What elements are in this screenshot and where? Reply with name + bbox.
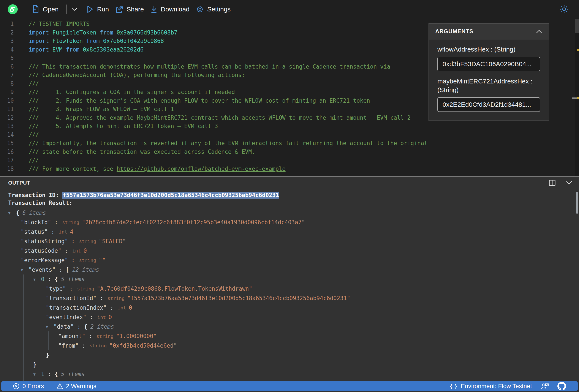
errors-indicator[interactable]: 0 Errors <box>13 383 44 390</box>
tree-key: "statusCode" <box>21 248 61 254</box>
environment-indicator[interactable]: { } Environment: Flow Testnet <box>450 383 532 390</box>
line-number: 10 <box>0 97 19 105</box>
output-body: Transaction ID: f557a1573b76aa53e73d46f3… <box>0 189 579 388</box>
tree-row: "transactionId" : string"f557a1573b76aa5… <box>46 293 579 303</box>
line-number: 16 <box>0 148 19 156</box>
output-panel: OUTPUT Transaction ID: f557a1573b76aa53e… <box>0 177 579 392</box>
download-button[interactable]: Download <box>150 5 190 13</box>
code-line: 16/// state before the transaction was e… <box>0 148 579 156</box>
share-icon <box>115 5 123 13</box>
argument-label: maybeMintERC721AddressHex : (String) <box>437 77 540 94</box>
editor-overview-ruler[interactable] <box>575 19 579 176</box>
tree-row: ▼0 : {5 items <box>33 275 579 284</box>
tree-key: "transactionId" <box>46 295 96 301</box>
settings-gear-icon <box>196 5 204 13</box>
run-play-icon <box>86 5 93 13</box>
download-label: Download <box>161 6 190 13</box>
tree-row: "eventIndex" : int0 <box>46 312 579 322</box>
share-button[interactable]: Share <box>115 5 144 13</box>
tree-key: "from" <box>58 342 78 349</box>
line-number: 5 <box>0 54 19 62</box>
tree-value-type: int <box>96 315 109 320</box>
cursor-marker <box>572 98 577 99</box>
expand-triangle-icon[interactable]: ▼ <box>46 325 54 329</box>
run-label: Run <box>97 6 109 13</box>
tree-key: "statusString" <box>21 238 68 244</box>
line-number: 9 <box>0 88 19 97</box>
output-scrollbar-thumb[interactable] <box>576 192 578 214</box>
tree-item-count: 2 items <box>87 324 114 330</box>
errors-count: 0 Errors <box>22 383 44 390</box>
arguments-title: ARGUMENTS <box>435 28 473 35</box>
line-number: 11 <box>0 105 19 114</box>
warnings-count: 2 Warnings <box>66 383 96 390</box>
code-line: 14/// <box>0 131 579 139</box>
tree-value: 0 <box>129 304 132 311</box>
tree-value-type: string <box>76 286 97 291</box>
arguments-panel-header[interactable]: ARGUMENTS <box>429 23 549 40</box>
error-circle-icon <box>13 383 19 390</box>
wflow-address-input[interactable]: 0xd3bF53DAC106A0290B04... <box>437 57 540 71</box>
collapse-output-chevron-icon[interactable] <box>566 181 573 185</box>
tree-row: "statusCode" : int0 <box>21 246 579 256</box>
tree-value: "" <box>99 257 106 264</box>
expand-triangle-icon[interactable]: ▼ <box>8 211 16 215</box>
line-number: 7 <box>0 71 19 80</box>
editor-scrollbar-thumb[interactable] <box>575 19 579 33</box>
tree-key: "transactionIndex" <box>46 304 107 311</box>
tree-key: "status" <box>21 228 48 235</box>
tree-value: "f557a1573b76aa53e73d46f3e10d200d5c18a65… <box>127 295 350 301</box>
tree-value-type: string <box>78 239 99 244</box>
tree-value: 0 <box>83 248 87 254</box>
open-label: Open <box>43 6 59 13</box>
tree-close-row: } <box>46 350 579 360</box>
tree-value-type: int <box>58 229 70 235</box>
tree-row: "status" : int4 <box>21 227 579 236</box>
tree-item-count: 6 items <box>19 210 46 216</box>
tree-row: ▼"data" : {2 items <box>46 322 579 332</box>
github-icon <box>557 382 566 391</box>
tree-item-count: 5 items <box>58 276 85 282</box>
tree-key: "type" <box>46 285 66 292</box>
tree-value: "0xfd3b4cd50d44e6ed" <box>109 342 177 349</box>
maybe-mint-erc721-address-input[interactable]: 0x2E2Ed0Cfd3AD2f1d34481... <box>437 97 540 112</box>
tree-value-type: string <box>107 296 127 301</box>
tree-key: "blockId" <box>21 219 51 225</box>
tree-key: "amount" <box>58 333 85 339</box>
code-line: 13/// 5. Attempts to mint an ERC721 toke… <box>0 122 579 131</box>
split-view-icon[interactable] <box>548 179 556 187</box>
code-line: 17/// <box>0 156 579 165</box>
theme-toggle-button[interactable] <box>560 5 569 14</box>
tree-brace: } <box>46 352 49 358</box>
warnings-indicator[interactable]: 2 Warnings <box>57 383 96 390</box>
tree-brace: { <box>84 324 87 330</box>
tree-value-type: int <box>117 305 129 311</box>
transaction-id-line: Transaction ID: f557a1573b76aa53e73d46f3… <box>8 191 579 199</box>
transaction-id-label: Transaction ID: <box>8 192 62 198</box>
feedback-button[interactable] <box>541 383 549 390</box>
open-dropdown-button[interactable] <box>72 7 78 11</box>
tree-item-count: 5 items <box>58 371 85 377</box>
settings-button[interactable]: Settings <box>196 5 230 13</box>
tree-brace: [ <box>66 267 69 273</box>
collapse-chevron-up-icon[interactable] <box>536 30 542 33</box>
open-file-icon <box>32 5 39 13</box>
run-button[interactable]: Run <box>86 5 109 13</box>
tree-index: 1 <box>41 371 45 377</box>
line-number: 15 <box>0 139 19 148</box>
output-title: OUTPUT <box>8 180 30 186</box>
expand-triangle-icon[interactable]: ▼ <box>21 268 28 272</box>
tree-brace: { <box>55 276 58 282</box>
open-button[interactable]: Open <box>32 5 59 13</box>
warning-marker <box>577 49 579 51</box>
tree-value: 4 <box>70 228 73 235</box>
tree-value: 0 <box>109 314 112 320</box>
expand-triangle-icon[interactable]: ▼ <box>33 372 41 377</box>
warning-triangle-icon <box>57 383 63 390</box>
transaction-result-label: Transaction Result: <box>8 199 579 207</box>
tree-brace: } <box>33 361 37 368</box>
tree-value: "A.7e60df042a9c0868.FlowToken.TokensWith… <box>97 285 252 292</box>
github-button[interactable] <box>557 382 566 391</box>
expand-triangle-icon[interactable]: ▼ <box>33 277 41 281</box>
code-link[interactable]: https://github.com/onflow/batched-evm-ex… <box>117 166 286 172</box>
